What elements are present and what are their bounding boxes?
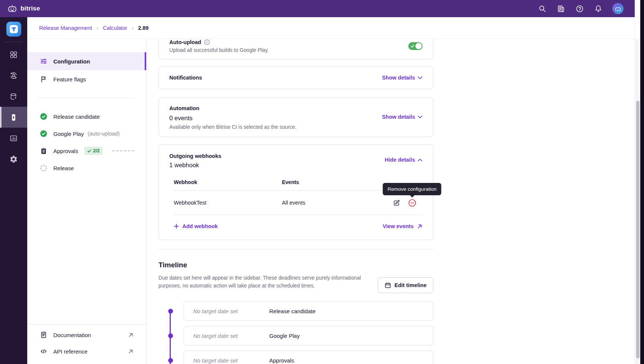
app-window: bitrise xyxy=(0,0,644,364)
step-label: Release xyxy=(53,165,74,171)
breadcrumb: Release Management › Calculator › 2.89 xyxy=(39,25,148,31)
link-label: API reference xyxy=(53,348,88,355)
step-google-play[interactable]: Google Play (auto-upload) xyxy=(27,125,146,142)
automation-title: Automation xyxy=(169,105,200,111)
external-link-icon xyxy=(128,349,133,354)
sidebar-link-documentation[interactable]: Documentation xyxy=(27,327,146,343)
sidebar-link-api-reference[interactable]: API reference xyxy=(27,343,146,360)
webhooks-footer: Add webhook View events xyxy=(174,223,422,229)
step-release[interactable]: Release xyxy=(27,159,146,177)
clipboard-icon xyxy=(40,147,47,155)
sidebar-divider xyxy=(38,98,134,98)
notifications-bell-icon[interactable] xyxy=(594,4,603,13)
timeline-header: Timeline Due dates set here will appear … xyxy=(158,261,433,293)
edit-timeline-button[interactable]: Edit timeline xyxy=(378,277,433,293)
step-approvals[interactable]: Approvals 2/2 xyxy=(27,142,146,159)
step-label: Approvals xyxy=(53,148,78,154)
user-avatar[interactable] xyxy=(612,3,623,14)
rail-item-release-management[interactable] xyxy=(0,107,27,128)
step-label: Google Play xyxy=(53,131,84,137)
step-suffix: (auto-upload) xyxy=(88,131,120,137)
timeline-heading: Timeline xyxy=(158,261,367,269)
chevron-up-icon xyxy=(418,158,422,162)
breadcrumb-separator-icon: › xyxy=(97,25,98,31)
rail-item-settings[interactable] xyxy=(0,149,27,169)
step-dashed-connector xyxy=(112,150,134,151)
flag-icon xyxy=(40,75,47,83)
timeline-dot xyxy=(168,309,173,314)
icon-rail xyxy=(0,17,27,364)
webhook-name: WebhookTest xyxy=(174,200,282,206)
sidebar-active-indicator xyxy=(145,52,146,70)
section-divider xyxy=(158,249,433,249)
timeline-stage: Release candidate xyxy=(269,308,315,314)
changelog-icon[interactable] xyxy=(556,4,565,13)
rail-item-insights[interactable] xyxy=(0,128,27,149)
info-icon[interactable] xyxy=(204,39,210,45)
window-edge-strip xyxy=(640,0,644,364)
automation-note: Available only when Bitrise CI is select… xyxy=(169,124,422,130)
search-icon[interactable] xyxy=(538,4,547,13)
breadcrumb-separator-icon: › xyxy=(132,25,133,31)
timeline-item-release-candidate: No target date set Release candidate xyxy=(183,301,433,321)
view-events-link[interactable]: View events xyxy=(383,223,422,229)
timeline-stage: Approvals xyxy=(269,357,294,364)
toggle-check-icon xyxy=(411,44,415,48)
help-icon[interactable] xyxy=(575,4,584,13)
notifications-title: Notifications xyxy=(169,75,202,81)
release-sidebar: Configuration Feature flags Release cand… xyxy=(27,39,147,364)
timeline-card: No target date set Approvals xyxy=(183,351,433,364)
page-header: Release Management › Calculator › 2.89 xyxy=(27,17,635,39)
top-bar: bitrise xyxy=(0,0,635,17)
breadcrumb-release-management[interactable]: Release Management xyxy=(39,25,92,31)
step-release-candidate[interactable]: Release candidate xyxy=(27,108,146,125)
automation-card: Automation 0 events Available only when … xyxy=(158,97,433,137)
webhooks-card: Outgoing webhooks 1 webhook Hide details… xyxy=(158,144,433,240)
bitrise-logo[interactable]: bitrise xyxy=(7,4,40,13)
build-cache-icon xyxy=(9,92,18,101)
scrollbar-gutter xyxy=(635,0,640,364)
topbar-actions xyxy=(538,3,623,14)
app-avatar[interactable] xyxy=(6,22,21,37)
timeline-description: Due dates set here will appear in the si… xyxy=(158,274,367,290)
sliders-icon xyxy=(40,57,47,65)
webhooks-title: Outgoing webhooks xyxy=(169,153,221,159)
rail-item-dashboard[interactable] xyxy=(0,44,27,65)
rail-item-ci[interactable] xyxy=(0,65,27,86)
rail-active-indicator xyxy=(0,107,1,128)
badge-check-icon xyxy=(87,149,91,153)
row-actions: Remove configuration xyxy=(392,198,422,207)
check-circle-icon xyxy=(40,113,47,120)
edit-webhook-button[interactable] xyxy=(392,198,401,207)
rail-item-build-cache[interactable] xyxy=(0,86,27,107)
chevron-down-icon xyxy=(418,76,422,80)
sidebar-item-label: Feature flags xyxy=(53,76,86,83)
arrow-up-right-icon xyxy=(417,224,422,229)
table-row: WebhookTest All events Remove configurat… xyxy=(174,191,422,215)
webhooks-hide-details[interactable]: Hide details xyxy=(385,157,422,163)
add-webhook-button[interactable]: Add webhook xyxy=(174,223,218,229)
auto-upload-description: Upload all successful builds to Google P… xyxy=(169,47,422,53)
auto-upload-toggle[interactable] xyxy=(408,42,422,50)
remove-webhook-button[interactable]: Remove configuration xyxy=(408,198,417,207)
timeline-date: No target date set xyxy=(184,357,269,364)
document-icon xyxy=(40,331,47,339)
auto-upload-title: Auto-upload xyxy=(169,39,201,45)
gear-icon xyxy=(9,155,18,164)
badge-count: 2/2 xyxy=(93,148,100,153)
timeline-date: No target date set xyxy=(184,308,269,314)
toggle-knob xyxy=(415,43,422,49)
notifications-show-details[interactable]: Show details xyxy=(382,75,422,81)
sidebar-item-feature-flags[interactable]: Feature flags xyxy=(27,70,146,88)
link-label: Documentation xyxy=(53,332,91,338)
calendar-icon xyxy=(384,282,391,289)
timeline-list: No target date set Release candidate No … xyxy=(158,301,433,364)
sidebar-item-configuration[interactable]: Configuration xyxy=(27,52,146,70)
webhook-events: All events xyxy=(282,200,392,206)
dashed-circle-icon xyxy=(40,164,47,172)
code-icon xyxy=(40,348,47,355)
scrollbar-thumb[interactable] xyxy=(636,101,640,358)
notifications-card: Notifications Show details xyxy=(158,66,433,89)
breadcrumb-calculator[interactable]: Calculator xyxy=(103,25,127,31)
automation-show-details[interactable]: Show details xyxy=(382,114,422,120)
